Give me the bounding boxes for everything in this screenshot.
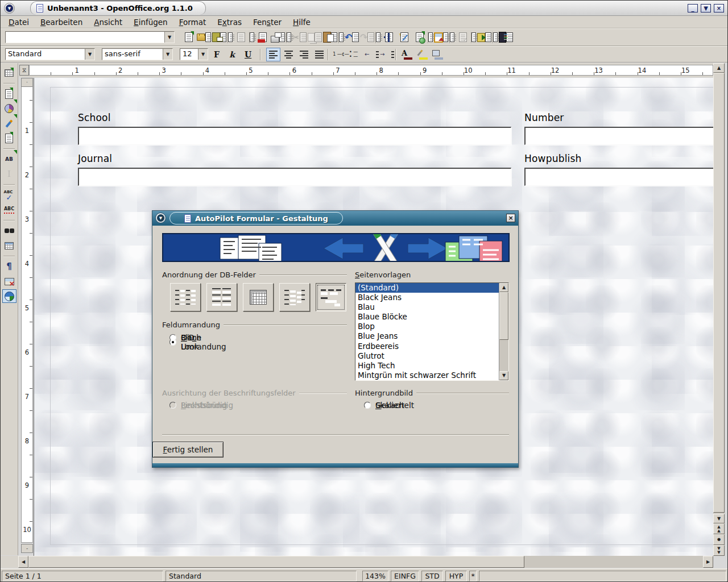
- chevron-down-icon[interactable]: ▼: [198, 49, 208, 60]
- status-page-style[interactable]: Standard: [166, 571, 357, 581]
- form-functions-button[interactable]: [2, 131, 16, 145]
- direct-cursor-button[interactable]: [2, 167, 16, 181]
- paste-button[interactable]: [323, 31, 337, 44]
- url-value[interactable]: [6, 32, 164, 43]
- style-list-item[interactable]: Black Jeans: [355, 293, 499, 302]
- dialog-titlebar[interactable]: ▼ AutoPilot Formular - Gestaltung ×: [152, 211, 518, 226]
- chevron-down-icon[interactable]: ▼: [85, 49, 94, 60]
- autotext-button[interactable]: [2, 152, 16, 166]
- spellcheck-button[interactable]: [2, 188, 16, 202]
- align-center-button[interactable]: [282, 48, 296, 61]
- menu-einfuegen[interactable]: Einfügen: [128, 16, 173, 28]
- style-list-item[interactable]: Glutrot: [355, 351, 499, 361]
- bold-button[interactable]: F: [214, 48, 228, 61]
- menu-ansicht[interactable]: Ansicht: [88, 16, 128, 28]
- increase-indent-button[interactable]: [380, 48, 394, 61]
- copy-button[interactable]: [308, 31, 322, 44]
- tab-stop-selector[interactable]: ⧖: [19, 65, 29, 76]
- insert-fields-button[interactable]: [2, 87, 16, 101]
- listbox-scrollbar-thumb[interactable]: [499, 292, 508, 340]
- style-list-item[interactable]: Mintgrün mit schwarzer Schrift: [355, 371, 499, 380]
- align-left-button[interactable]: [266, 48, 280, 61]
- scroll-up-icon[interactable]: ▲: [713, 63, 725, 73]
- save-button[interactable]: [212, 31, 226, 44]
- stylist-button[interactable]: [397, 31, 411, 44]
- url-combobox[interactable]: ▼: [5, 31, 175, 43]
- redo-button[interactable]: [360, 31, 374, 44]
- export-pdf-button[interactable]: [255, 31, 270, 44]
- decrease-indent-button[interactable]: [365, 48, 379, 61]
- menu-bearbeiten[interactable]: Bearbeiten: [35, 16, 88, 28]
- page-styles-listbox[interactable]: (Standard)Black JeansBlauBlaue BlöckeBlo…: [355, 282, 509, 381]
- form-field-input[interactable]: [524, 127, 713, 145]
- insert-table-button[interactable]: [2, 66, 16, 80]
- arrange-columnar-labels-top-button[interactable]: [206, 283, 237, 311]
- next-page-icon[interactable]: ▼▼: [713, 545, 725, 556]
- new-document-button[interactable]: [181, 31, 196, 44]
- paragraph-style-combobox[interactable]: Standard ▼: [5, 48, 95, 60]
- scroll-up-icon[interactable]: ▲: [499, 283, 508, 292]
- menu-datei[interactable]: Datei: [3, 16, 35, 28]
- cut-button[interactable]: [292, 31, 307, 44]
- navigation-dot-icon[interactable]: ●: [713, 534, 725, 545]
- font-size-value[interactable]: 12: [180, 49, 198, 60]
- radio-flach[interactable]: Flach: [169, 333, 201, 342]
- font-size-combobox[interactable]: 12 ▼: [180, 48, 208, 60]
- menu-fenster[interactable]: Fenster: [247, 16, 287, 28]
- align-right-button[interactable]: [297, 48, 311, 61]
- horizontal-scrollbar-thumb[interactable]: [28, 556, 524, 568]
- vertical-scrollbar-thumb[interactable]: [713, 73, 725, 513]
- edit-file-button[interactable]: [234, 31, 248, 44]
- arrange-labels-left-staggered-button[interactable]: [279, 283, 310, 311]
- style-list-item[interactable]: Blue Jeans: [355, 331, 499, 341]
- form-field-input[interactable]: [78, 127, 511, 145]
- chevron-down-icon[interactable]: ▼: [163, 49, 172, 60]
- arrange-blocks-labels-top-button[interactable]: [316, 283, 346, 311]
- status-insert-mode[interactable]: EINFG: [391, 571, 419, 581]
- status-page[interactable]: Seite 1 / 1: [2, 571, 163, 581]
- shade-button[interactable]: ▼: [701, 4, 711, 13]
- menu-format[interactable]: Format: [173, 16, 212, 28]
- window-menu-button[interactable]: ▼: [4, 3, 15, 14]
- minimize-button[interactable]: _: [688, 4, 698, 13]
- check-document-button[interactable]: [456, 31, 470, 44]
- font-name-combobox[interactable]: sans-serif ▼: [102, 48, 173, 60]
- graphics-onoff-button[interactable]: [2, 275, 16, 288]
- arrange-columnar-labels-left-button[interactable]: [170, 283, 201, 311]
- style-list-item[interactable]: (Standard): [355, 283, 499, 293]
- close-button[interactable]: ×: [714, 4, 724, 13]
- paragraph-background-button[interactable]: [432, 48, 446, 61]
- dialog-menu-button[interactable]: ▼: [155, 213, 166, 223]
- gallery-button[interactable]: [434, 31, 448, 44]
- listbox-scrollbar[interactable]: ▲ ▼: [499, 283, 508, 380]
- insert-object-button[interactable]: [2, 102, 16, 115]
- find-button[interactable]: [2, 224, 16, 238]
- open-button[interactable]: [197, 31, 211, 44]
- numbered-list-button[interactable]: [334, 48, 348, 61]
- radio-skaliert[interactable]: Skaliert: [364, 401, 404, 410]
- bullet-list-button[interactable]: [349, 48, 363, 61]
- italic-button[interactable]: k: [229, 48, 243, 61]
- style-list-item[interactable]: High Tech: [355, 361, 499, 371]
- radio-icon[interactable]: [169, 334, 176, 341]
- font-name-value[interactable]: sans-serif: [102, 49, 163, 60]
- style-list-item[interactable]: Erdbeereis: [355, 342, 499, 351]
- chevron-down-icon[interactable]: ▼: [164, 32, 174, 43]
- navigator-button[interactable]: [382, 31, 396, 44]
- underline-button[interactable]: U: [245, 48, 259, 61]
- bookmark-button[interactable]: [477, 31, 491, 44]
- online-layout-button[interactable]: [2, 289, 16, 303]
- arrange-as-table-button[interactable]: [243, 283, 274, 311]
- status-hyperlink-mode[interactable]: HYP: [445, 571, 467, 581]
- paragraph-style-value[interactable]: Standard: [6, 49, 85, 60]
- status-selection-mode[interactable]: STD: [421, 571, 443, 581]
- status-zoom[interactable]: 143%: [362, 571, 388, 581]
- hyperlink-button[interactable]: [412, 31, 427, 44]
- scroll-down-icon[interactable]: ▼: [499, 371, 508, 380]
- print-button[interactable]: [271, 31, 285, 44]
- horizontal-scrollbar[interactable]: ◀ ▶: [18, 556, 713, 568]
- scroll-down-icon[interactable]: ▼: [713, 514, 725, 523]
- form-field-input[interactable]: [78, 168, 511, 186]
- style-list-item[interactable]: Blaue Blöcke: [355, 312, 499, 322]
- style-list-item[interactable]: Blau: [355, 302, 499, 312]
